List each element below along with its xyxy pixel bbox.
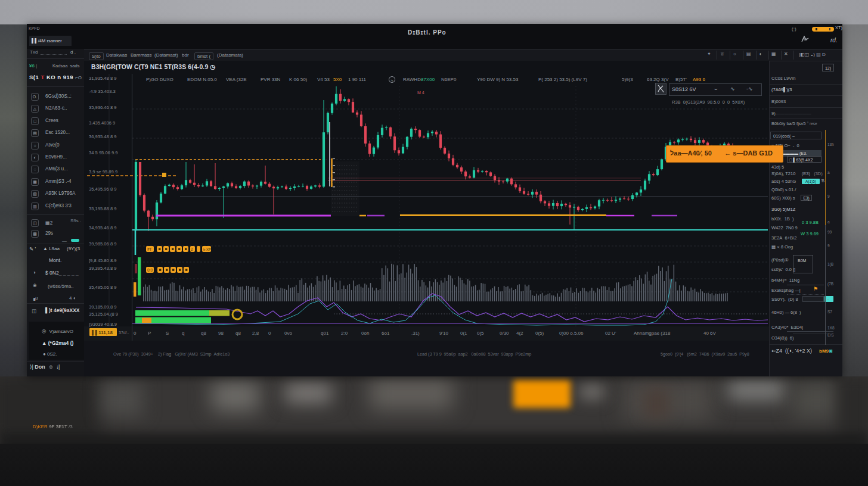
svg-text:q8: q8 — [201, 331, 206, 336]
svg-text:39,395.43.8 9: 39,395.43.8 9 — [89, 266, 116, 271]
svg-text:Ove 79 (P30) 3049+ 2) Flag: Ove 79 (P30) 3049+ 2) Flag G(0/a’ (AM3 S… — [113, 351, 230, 357]
svg-text:98: 98 — [218, 331, 224, 336]
svg-text:6o1: 6o1 — [382, 331, 390, 336]
svg-text:0(5): 0(5) — [535, 331, 544, 336]
svg-text:S: S — [166, 331, 169, 336]
svg-text:q: q — [182, 331, 184, 336]
svg-text:(93039 40.8.9: (93039 40.8.9 — [89, 322, 117, 327]
svg-text:0vo: 0vo — [284, 331, 292, 336]
svg-text:0: 0 — [134, 331, 137, 336]
svg-text:39,985.06 8 9: 39,985.06 8 9 — [89, 241, 116, 247]
svg-text:02 U': 02 U' — [605, 331, 616, 336]
svg-text:35,495.06 8 9: 35,495.06 8 9 — [89, 285, 116, 290]
svg-text:0: 0 — [268, 331, 271, 336]
svg-text:2:0: 2:0 — [341, 331, 348, 336]
svg-text:35,495.96 8 9: 35,495.96 8 9 — [89, 186, 116, 192]
svg-text:q01: q01 — [321, 331, 329, 336]
svg-text:Lead (3 T9 9 95a0p aap2 0a: Lead (3 T9 9 95a0p aap2 0a0o08 53var 93a… — [417, 351, 531, 357]
svg-text:0(1: 0(1 — [460, 331, 467, 336]
svg-text:[9,8 45.80 8.9: [9,8 45.80 8.9 — [89, 258, 116, 263]
svg-text:31,935.48 8 9: 31,935.48 8 9 — [89, 76, 116, 81]
svg-text:2: 2 — [191, 247, 193, 251]
svg-text:#T: #T — [147, 247, 152, 251]
svg-text:35,195.88 8 9: 35,195.88 8 9 — [89, 206, 116, 211]
svg-text:0)00 o.5.0b: 0)00 o.5.0b — [559, 331, 584, 336]
svg-text:q8: q8 — [235, 331, 241, 336]
svg-text:40 6V: 40 6V — [703, 331, 717, 336]
svg-text:▌▌111,18: ▌▌111,18 — [92, 329, 113, 336]
svg-text:5goo0 (9’(4 (6m2 74B6 (X9: 5goo0 (9’(4 (6m2 74B6 (X9av9 2au5 P9y8 — [661, 351, 749, 357]
svg-text:0oh: 0oh — [361, 331, 369, 336]
svg-text:35,936.46 8 9: 35,936.46 8 9 — [89, 105, 116, 110]
svg-text:34,935.46 8 9: 34,935.46 8 9 — [89, 225, 116, 230]
svg-text:4(2: 4(2 — [516, 331, 523, 336]
svg-text:3,435.4036 9: 3,435.4036 9 — [89, 120, 115, 126]
svg-text:M 4: M 4 — [417, 91, 424, 95]
svg-text:0/30: 0/30 — [500, 331, 509, 336]
svg-text:34 5 95.06 9.9: 34 5 95.06 9.9 — [89, 150, 118, 155]
svg-text:9'10: 9'10 — [439, 331, 448, 336]
svg-text:35,125.04.(8 9: 35,125.04.(8 9 — [89, 311, 118, 317]
svg-text:Ahnamgpae (318: Ahnamgpae (318 — [634, 331, 671, 336]
svg-text:.31): .31) — [411, 331, 420, 336]
svg-text:k-XP: k-XP — [203, 248, 211, 251]
svg-text:3,9 se 95.89.9: 3,9 se 95.89.9 — [89, 169, 117, 175]
svg-text:36,935.48 8 9: 36,935.48 8 9 — [89, 134, 116, 139]
svg-text:-4:9 35.403.3: -4:9 35.403.3 — [89, 89, 116, 94]
svg-text:0:0: 0:0 — [147, 268, 153, 272]
svg-text:39,185.09.8 9: 39,185.09.8 9 — [89, 304, 116, 310]
svg-text:2,8: 2,8 — [252, 331, 259, 336]
svg-text:37d/..: 37d/.. — [119, 331, 129, 335]
svg-text:0(5: 0(5 — [477, 331, 484, 336]
svg-text:P: P — [148, 331, 151, 336]
